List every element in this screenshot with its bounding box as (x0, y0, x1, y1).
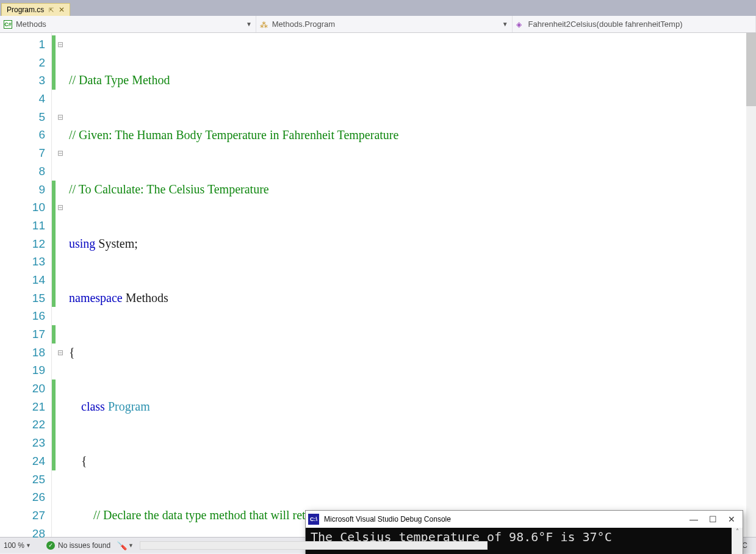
close-icon[interactable]: ✕ (59, 5, 65, 14)
fold-column: ⊟ ⊟⊟ ⊟ ⊟ (56, 33, 65, 537)
chevron-down-icon: ▼ (26, 542, 31, 549)
method-icon: ◈ (516, 20, 525, 29)
code-content[interactable]: // Data Type Method // Given: The Human … (65, 33, 756, 537)
csharp-icon: C# (4, 20, 12, 29)
horizontal-scrollbar[interactable] (140, 541, 488, 550)
document-tab[interactable]: Program.cs ⇱ ✕ (1, 3, 70, 16)
chevron-down-icon: ▼ (246, 21, 252, 27)
scope-dropdown[interactable]: C# Methods ▼ (0, 16, 256, 32)
close-button[interactable]: ✕ (728, 514, 735, 524)
tab-title: Program.cs (7, 5, 44, 14)
console-icon: C:\ (308, 514, 319, 525)
chevron-down-icon: ▼ (502, 21, 508, 27)
class-label: Methods.Program (272, 20, 335, 29)
line-number-gutter: 1 2 3 4 5 6 7 8 9 10 11 12 13 14 15 16 1… (0, 33, 52, 537)
minimize-button[interactable]: — (689, 514, 698, 524)
maximize-button[interactable]: ☐ (709, 514, 717, 524)
scroll-up-icon[interactable]: ˄ (736, 528, 739, 534)
document-tab-bar: Program.cs ⇱ ✕ (0, 0, 756, 16)
navigation-bar: C# Methods ▼ ⁂ Methods.Program ▼ ◈ Fahre… (0, 16, 756, 33)
pin-icon[interactable]: ⇱ (49, 7, 54, 13)
console-vertical-scrollbar[interactable]: ˄ ˅ (732, 528, 743, 554)
console-title: Microsoft Visual Studio Debug Console (324, 515, 451, 523)
vertical-scrollbar[interactable] (746, 33, 756, 537)
member-dropdown[interactable]: ◈ Fahrenheit2Celsius(double fahrenheitTe… (513, 16, 756, 32)
class-dropdown[interactable]: ⁂ Methods.Program ▼ (256, 16, 513, 32)
scrollbar-thumb[interactable] (746, 33, 756, 106)
member-label: Fahrenheit2Celsius(double fahrenheitTemp… (528, 20, 683, 29)
code-editor[interactable]: 1 2 3 4 5 6 7 8 9 10 11 12 13 14 15 16 1… (0, 33, 756, 537)
scope-label: Methods (16, 20, 46, 29)
class-icon: ⁂ (260, 20, 268, 29)
console-titlebar[interactable]: C:\ Microsoft Visual Studio Debug Consol… (306, 511, 743, 528)
